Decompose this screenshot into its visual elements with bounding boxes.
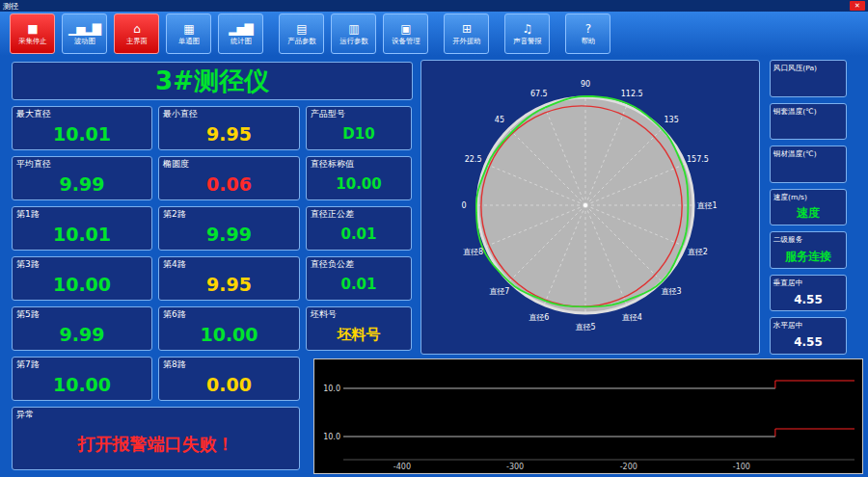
- measure-label: 第5路: [13, 307, 151, 319]
- measure-value: 0.06: [159, 169, 299, 199]
- svg-text:90: 90: [581, 80, 590, 89]
- toolbar-button-label: 波动图: [73, 36, 95, 45]
- main-screen-icon: ⌂: [133, 22, 140, 36]
- toolbar-button-label: 运行参数: [339, 36, 367, 45]
- measure-box-path-5: 第5路9.99: [12, 306, 152, 351]
- status-label: 水平居中: [771, 319, 842, 331]
- status-value: 速度: [771, 202, 846, 225]
- status-value: 服务连接: [771, 245, 846, 268]
- measure-box-avg-diameter: 平均直径9.99: [12, 156, 152, 200]
- measure-box-path-1: 第1路10.01: [12, 206, 152, 251]
- measure-box-path-7: 第7路10.00: [12, 357, 152, 401]
- measure-label: 第7路: [13, 358, 151, 369]
- measure-box-path-2: 第2路9.99: [158, 206, 300, 251]
- measure-value: 10.00: [13, 369, 151, 400]
- measure-value: 10.00: [13, 269, 151, 300]
- svg-text:67.5: 67.5: [530, 90, 548, 98]
- status-label: 铜套温度(℃): [771, 104, 842, 116]
- measure-box-ovality: 椭圆度0.06: [158, 156, 300, 200]
- alarm-label: 异常: [13, 408, 299, 419]
- toolbar-button-stop-capture[interactable]: ■采集停止: [10, 13, 55, 54]
- status-label: 垂直居中: [771, 276, 842, 287]
- gauge-title-panel: 3#测径仪: [12, 62, 413, 100]
- toolbar-button-device-manage[interactable]: ▣设备管理: [383, 13, 428, 54]
- svg-text:10.0: 10.0: [323, 384, 340, 393]
- toolbar-button-run-params[interactable]: ▥运行参数: [331, 13, 376, 54]
- measure-box-nominal-diameter: 直径标称值10.00: [306, 156, 412, 200]
- measure-label: 平均直径: [13, 157, 151, 169]
- toolbar-button-single-chart[interactable]: ▦单通图: [166, 13, 211, 54]
- toolbar-button-help[interactable]: ?帮助: [565, 13, 610, 54]
- svg-text:直径6: 直径6: [529, 313, 549, 322]
- measure-box-path-3: 第3路10.00: [12, 256, 152, 301]
- status-label: 二级服务: [771, 233, 842, 245]
- measure-value: 9.99: [159, 219, 299, 250]
- status-value: [771, 159, 846, 182]
- svg-text:直径3: 直径3: [662, 287, 682, 296]
- measure-label: 第2路: [159, 207, 299, 219]
- trend-chart: 10.010.0-400-300-200-100: [314, 359, 862, 473]
- measure-value: D10: [307, 119, 411, 149]
- measure-value: 10.01: [13, 119, 151, 149]
- measure-value: 10.01: [13, 219, 151, 250]
- status-value: 4.55: [771, 331, 846, 354]
- toolbar-button-label: 开外援助: [452, 36, 480, 45]
- toolbar-button-product-params[interactable]: ▤产品参数: [279, 13, 324, 54]
- status-label: 速度(m/s): [771, 190, 842, 201]
- toolbar-button-stats-chart[interactable]: ▂▅▇统计图: [218, 13, 263, 54]
- trend-chart-panel: 10.010.0-400-300-200-100: [313, 358, 863, 474]
- toolbar-button-label: 设备管理: [392, 36, 420, 45]
- toolbar-button-label: 单通图: [177, 36, 199, 45]
- measure-label: 直径正公差: [307, 207, 411, 219]
- status-label: 铜材温度(℃): [771, 146, 842, 158]
- product-params-icon: ▤: [296, 22, 306, 36]
- run-params-icon: ▥: [348, 22, 358, 36]
- status-value: 4.55: [771, 288, 846, 311]
- measure-label: 产品型号: [307, 107, 411, 119]
- svg-text:直径5: 直径5: [575, 323, 595, 331]
- svg-text:0: 0: [461, 201, 466, 210]
- measure-box-path-6: 第6路10.00: [158, 306, 300, 351]
- svg-text:10.0: 10.0: [323, 433, 340, 441]
- svg-text:直径7: 直径7: [489, 287, 509, 296]
- svg-text:直径8: 直径8: [463, 248, 483, 256]
- toolbar-button-label: 统计图: [230, 36, 251, 45]
- measure-value: 0.01: [307, 269, 411, 300]
- toolbar-button-main-screen[interactable]: ⌂主界面: [114, 13, 159, 54]
- measure-label: 第8路: [159, 358, 299, 369]
- svg-text:-300: -300: [506, 463, 524, 471]
- svg-text:直径2: 直径2: [688, 248, 708, 256]
- measure-label: 直径负公差: [307, 257, 411, 269]
- status-box-rod-temp: 铜材温度(℃): [770, 146, 847, 183]
- measure-label: 第3路: [13, 257, 151, 269]
- measure-value: 0.00: [159, 369, 299, 400]
- status-box-vertical-center: 垂直居中4.55: [770, 275, 847, 312]
- toolbar-button-wave-chart[interactable]: ▁▅▂▇波动图: [62, 13, 107, 54]
- wave-chart-icon: ▁▅▂▇: [68, 22, 100, 36]
- measure-box-tolerance-minus: 直径负公差0.01: [306, 256, 412, 301]
- measure-value: 9.95: [159, 119, 299, 149]
- measure-box-max-diameter: 最大直径10.01: [12, 106, 152, 150]
- toolbar-button-sound-alarm[interactable]: ♫声音警报: [504, 13, 550, 54]
- measure-value: 9.99: [13, 169, 151, 199]
- toolbar-button-label: 产品参数: [287, 36, 315, 45]
- measure-box-tolerance-plus: 直径正公差0.01: [306, 206, 412, 251]
- toolbar-button-remote-assist[interactable]: ⊞开外援助: [444, 13, 489, 54]
- status-column: 风口风压(Pa)铜套温度(℃)铜材温度(℃)速度(m/s)速度二级服务服务连接垂…: [770, 60, 847, 355]
- svg-text:-400: -400: [393, 463, 411, 471]
- measurement-grid: 最大直径10.01最小直径9.95产品型号D10平均直径9.99椭圆度0.06直…: [12, 106, 413, 401]
- titlebar: 测径 ✕: [0, 0, 868, 12]
- measure-label: 第6路: [159, 307, 299, 319]
- status-box-air-pressure: 风口风压(Pa): [770, 60, 847, 97]
- measure-box-billet-no: 坯料号坯料号: [306, 306, 412, 351]
- stop-capture-icon: ■: [27, 22, 37, 36]
- close-icon[interactable]: ✕: [850, 1, 865, 11]
- measure-label: 最大直径: [13, 107, 151, 119]
- svg-text:直径1: 直径1: [696, 201, 717, 210]
- measure-value: 10.00: [307, 169, 411, 199]
- measure-box-path-8: 第8路0.00: [158, 357, 300, 401]
- measure-value: 0.01: [307, 219, 411, 250]
- toolbar-button-label: 采集停止: [18, 36, 46, 45]
- status-box-horizontal-center: 水平居中4.55: [770, 317, 847, 355]
- remote-assist-icon: ⊞: [462, 22, 471, 36]
